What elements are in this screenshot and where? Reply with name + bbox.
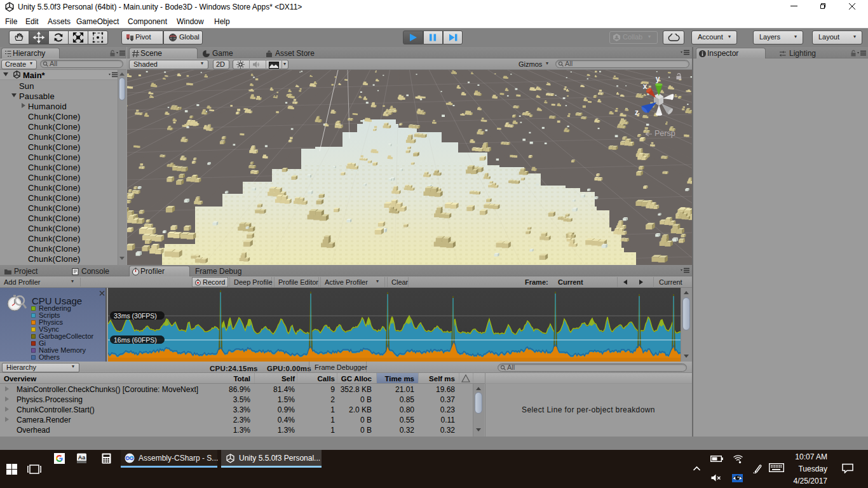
svg-text:33ms (30FPS): 33ms (30FPS)	[114, 312, 157, 320]
svg-text:Aa: Aa	[78, 454, 86, 461]
svg-text:z: z	[635, 108, 639, 117]
svg-text:x: x	[643, 82, 648, 91]
svg-text:Persp: Persp	[654, 129, 675, 138]
svg-text:16ms (60FPS): 16ms (60FPS)	[114, 336, 157, 344]
svg-text:y: y	[656, 74, 660, 83]
